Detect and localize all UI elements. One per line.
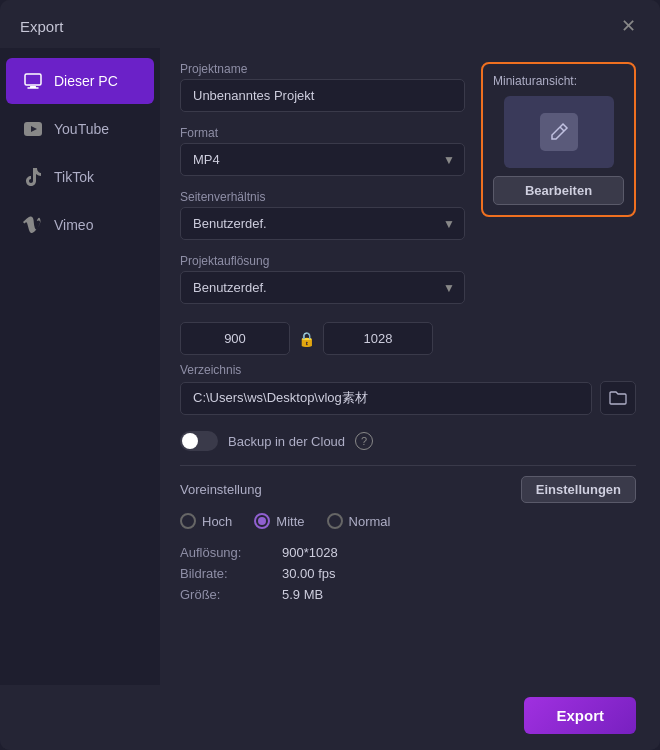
edit-button[interactable]: Bearbeiten — [493, 176, 624, 205]
youtube-icon — [22, 118, 44, 140]
format-label: Format — [180, 126, 465, 140]
format-select-wrapper: MP4 ▼ — [180, 143, 465, 176]
sidebar-label-tiktok: TikTok — [54, 169, 94, 185]
radio-label-normal: Normal — [349, 514, 391, 529]
close-button[interactable]: ✕ — [616, 14, 640, 38]
stats-value-bildrate: 30.00 fps — [282, 566, 336, 581]
thumbnail-edit-icon — [540, 113, 578, 151]
tiktok-icon — [22, 166, 44, 188]
directory-input[interactable] — [180, 382, 592, 415]
export-dialog: Export ✕ Dieser PC — [0, 0, 660, 750]
thumbnail-label: Miniaturansicht: — [493, 74, 577, 88]
backup-row: Backup in der Cloud ? — [180, 431, 636, 451]
form-area: Projektname Format MP4 ▼ — [160, 48, 660, 685]
radio-mitte[interactable]: Mitte — [254, 513, 304, 529]
radio-normal[interactable]: Normal — [327, 513, 391, 529]
radio-hoch[interactable]: Hoch — [180, 513, 232, 529]
projektaufloesung-select[interactable]: Benutzerdef. — [180, 271, 465, 304]
svg-rect-0 — [25, 74, 41, 85]
stats-row-bildrate: Bildrate: 30.00 fps — [180, 566, 636, 581]
top-row: Projektname Format MP4 ▼ — [180, 62, 636, 355]
sidebar: Dieser PC YouTube TikTo — [0, 48, 160, 685]
radio-circle-normal — [327, 513, 343, 529]
radio-circle-mitte — [254, 513, 270, 529]
sidebar-item-youtube[interactable]: YouTube — [6, 106, 154, 152]
sidebar-label-vimeo: Vimeo — [54, 217, 93, 233]
main-content: Dieser PC YouTube TikTo — [0, 48, 660, 685]
verzeichnis-group: Verzeichnis — [180, 363, 636, 415]
stats-key-groesse: Größe: — [180, 587, 270, 602]
vimeo-icon — [22, 214, 44, 236]
backup-label: Backup in der Cloud — [228, 434, 345, 449]
toggle-thumb — [182, 433, 198, 449]
seitenverhaeltnis-label: Seitenverhältnis — [180, 190, 465, 204]
radio-label-mitte: Mitte — [276, 514, 304, 529]
lock-icon: 🔒 — [298, 331, 315, 347]
height-input[interactable] — [323, 322, 433, 355]
radio-circle-hoch — [180, 513, 196, 529]
quality-radio-group: Hoch Mitte Normal — [180, 513, 636, 529]
resolution-row: 🔒 — [180, 322, 465, 355]
stats-row-groesse: Größe: 5.9 MB — [180, 587, 636, 602]
stats-value-aufloesung: 900*1028 — [282, 545, 338, 560]
thumbnail-box — [504, 96, 614, 168]
seitenverhaeltnis-select-wrapper: Benutzerdef. ▼ — [180, 207, 465, 240]
presets-row: Voreinstellung Einstellungen — [180, 476, 636, 503]
stats-row-aufloesung: Auflösung: 900*1028 — [180, 545, 636, 560]
sidebar-label-dieser-pc: Dieser PC — [54, 73, 118, 89]
footer: Export — [0, 685, 660, 750]
help-icon[interactable]: ? — [355, 432, 373, 450]
seitenverhaeltnis-group: Seitenverhältnis Benutzerdef. ▼ — [180, 190, 465, 240]
projektaufloesung-select-wrapper: Benutzerdef. ▼ — [180, 271, 465, 304]
sidebar-item-tiktok[interactable]: TikTok — [6, 154, 154, 200]
section-divider — [180, 465, 636, 466]
seitenverhaeltnis-select[interactable]: Benutzerdef. — [180, 207, 465, 240]
sidebar-item-dieser-pc[interactable]: Dieser PC — [6, 58, 154, 104]
directory-row — [180, 381, 636, 415]
stats-value-groesse: 5.9 MB — [282, 587, 323, 602]
title-bar: Export ✕ — [0, 0, 660, 48]
svg-line-5 — [560, 127, 564, 131]
stats-table: Auflösung: 900*1028 Bildrate: 30.00 fps … — [180, 545, 636, 602]
projektaufloesung-group: Projektauflösung Benutzerdef. ▼ — [180, 254, 465, 304]
fields-column: Projektname Format MP4 ▼ — [180, 62, 465, 355]
monitor-icon — [22, 70, 44, 92]
backup-toggle[interactable] — [180, 431, 218, 451]
format-select[interactable]: MP4 — [180, 143, 465, 176]
thumbnail-panel: Miniaturansicht: Bearbeiten — [481, 62, 636, 217]
sidebar-label-youtube: YouTube — [54, 121, 109, 137]
stats-key-aufloesung: Auflösung: — [180, 545, 270, 560]
projektname-group: Projektname — [180, 62, 465, 112]
einstellungen-button[interactable]: Einstellungen — [521, 476, 636, 503]
projektaufloesung-label: Projektauflösung — [180, 254, 465, 268]
projektname-label: Projektname — [180, 62, 465, 76]
sidebar-item-vimeo[interactable]: Vimeo — [6, 202, 154, 248]
folder-button[interactable] — [600, 381, 636, 415]
projektname-input[interactable] — [180, 79, 465, 112]
verzeichnis-label: Verzeichnis — [180, 363, 636, 377]
stats-key-bildrate: Bildrate: — [180, 566, 270, 581]
dialog-title: Export — [20, 18, 63, 35]
export-button[interactable]: Export — [524, 697, 636, 734]
radio-label-hoch: Hoch — [202, 514, 232, 529]
voreinstellung-label: Voreinstellung — [180, 482, 262, 497]
radio-dot-mitte — [258, 517, 266, 525]
format-group: Format MP4 ▼ — [180, 126, 465, 176]
width-input[interactable] — [180, 322, 290, 355]
